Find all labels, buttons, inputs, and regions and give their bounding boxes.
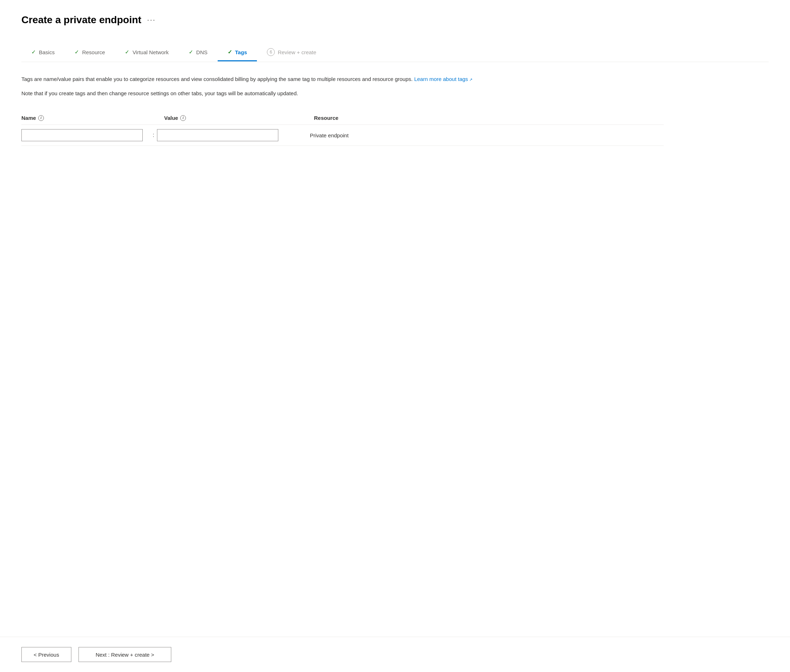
table-header: Name i Value i Resource: [21, 115, 664, 125]
value-info-icon[interactable]: i: [180, 115, 186, 121]
previous-button[interactable]: < Previous: [21, 647, 71, 662]
tab-basics-label: Basics: [39, 49, 54, 55]
tab-basics[interactable]: ✓ Basics: [21, 44, 64, 61]
wizard-tabs: ✓ Basics ✓ Resource ✓ Virtual Network ✓ …: [21, 43, 769, 62]
check-icon-dns: ✓: [189, 49, 193, 55]
tab-review-create-label: Review + create: [277, 49, 316, 55]
step-number-circle: 6: [267, 48, 275, 56]
learn-more-link[interactable]: Learn more about tags↗: [414, 76, 473, 82]
check-icon-virtual-network: ✓: [125, 49, 130, 55]
check-icon-basics: ✓: [31, 49, 36, 55]
tab-virtual-network-label: Virtual Network: [132, 49, 168, 55]
tab-virtual-network[interactable]: ✓ Virtual Network: [115, 44, 178, 61]
check-icon-tags: ✓: [228, 49, 232, 55]
colon-separator: :: [153, 132, 154, 138]
description-text: Tags are name/value pairs that enable yo…: [21, 75, 664, 83]
name-info-icon[interactable]: i: [38, 115, 44, 121]
tag-resource-value: Private endpoint: [310, 132, 348, 138]
page-title: Create a private endpoint: [21, 14, 141, 26]
tab-resource[interactable]: ✓ Resource: [64, 44, 115, 61]
note-text: Note that if you create tags and then ch…: [21, 89, 664, 98]
tab-tags-label: Tags: [235, 49, 247, 55]
tags-table: Name i Value i Resource :: [21, 115, 664, 146]
tab-resource-label: Resource: [82, 49, 105, 55]
tab-dns[interactable]: ✓ DNS: [179, 44, 218, 61]
tab-review-create[interactable]: 6 Review + create: [257, 43, 326, 62]
ellipsis-menu-button[interactable]: ···: [147, 15, 155, 25]
check-icon-resource: ✓: [75, 49, 79, 55]
tag-value-input[interactable]: [157, 129, 278, 141]
next-button[interactable]: Next : Review + create >: [79, 647, 171, 662]
description-section: Tags are name/value pairs that enable yo…: [21, 75, 664, 98]
column-header-value: Value i: [164, 115, 300, 121]
tab-tags[interactable]: ✓ Tags: [218, 44, 257, 61]
tag-name-input[interactable]: [21, 129, 143, 141]
table-row: : Private endpoint: [21, 125, 664, 146]
tab-dns-label: DNS: [196, 49, 208, 55]
column-header-name: Name i: [21, 115, 150, 121]
column-header-resource: Resource: [314, 115, 664, 121]
footer: < Previous Next : Review + create >: [0, 637, 790, 672]
external-link-icon: ↗: [469, 77, 473, 82]
